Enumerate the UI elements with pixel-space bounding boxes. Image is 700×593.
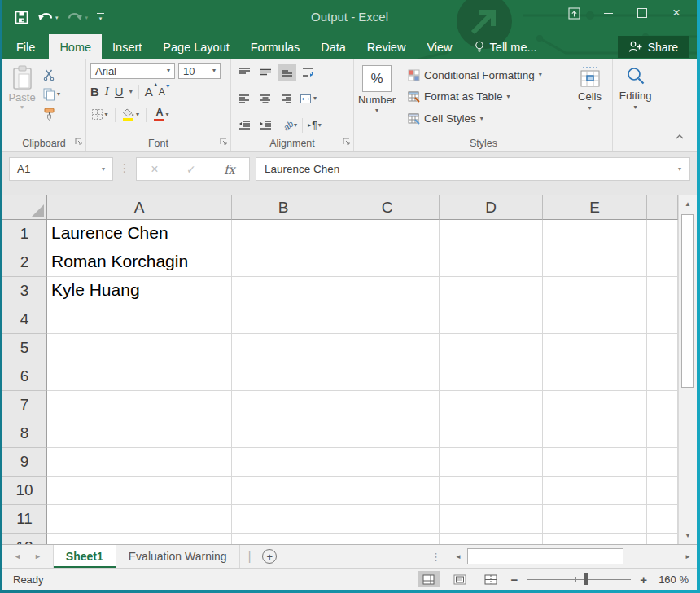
cell-partial1[interactable] (647, 220, 678, 248)
share-button[interactable]: Share (618, 36, 689, 58)
select-all-button[interactable] (2, 195, 47, 220)
editing-button[interactable]: Editing ▾ (613, 62, 658, 151)
cell-A1[interactable]: Laurence Chen (47, 220, 232, 248)
maximize-button[interactable] (625, 0, 659, 26)
save-button[interactable] (15, 11, 28, 24)
page-break-preview-button[interactable] (479, 571, 501, 587)
text-direction-caret[interactable]: ▾ (318, 122, 322, 129)
cell-B10[interactable] (232, 477, 335, 505)
sheet-nav-right-arrow[interactable]: ► (34, 552, 42, 560)
merge-center-caret[interactable]: ▾ (313, 95, 317, 102)
cell-D12[interactable] (440, 534, 543, 544)
formula-bar-gripper[interactable]: ⋮ (119, 161, 130, 174)
tab-insert[interactable]: Insert (102, 34, 152, 59)
borders-caret[interactable]: ▾ (104, 112, 107, 118)
name-box[interactable]: A1 ▾ (9, 157, 113, 181)
sheet-tab-sheet1[interactable]: Sheet1 (53, 545, 116, 568)
zoom-slider[interactable] (527, 573, 631, 586)
styles-item-conditional-formatting[interactable]: Conditional Formatting▾ (400, 66, 567, 84)
cell-partial7[interactable] (647, 391, 678, 419)
tab-view[interactable]: View (416, 34, 462, 59)
minimize-button[interactable] (591, 0, 625, 26)
formula-input[interactable]: Laurence Chen ▾ (256, 157, 690, 181)
bold-button[interactable]: B (90, 85, 99, 99)
font-color-button[interactable]: A ▾ (152, 106, 171, 123)
cell-E11[interactable] (543, 505, 647, 534)
cell-D11[interactable] (440, 505, 543, 534)
cell-E3[interactable] (543, 277, 647, 305)
fill-color-caret[interactable]: ▾ (136, 112, 139, 118)
customize-qat-button[interactable]: ▾ (97, 13, 104, 21)
tab-page-layout[interactable]: Page Layout (152, 34, 239, 59)
sheet-tab-evaluation-warning[interactable]: Evaluation Warning (116, 545, 240, 568)
column-header-A[interactable]: A (47, 195, 232, 220)
scroll-left-arrow[interactable]: ◄ (451, 553, 466, 560)
cell-partial6[interactable] (647, 362, 678, 391)
cell-D6[interactable] (440, 362, 543, 391)
fill-color-button[interactable]: ▾ (121, 106, 140, 123)
cell-partial5[interactable] (647, 334, 678, 362)
row-header-7[interactable]: 7 (2, 391, 47, 419)
font-size-combobox[interactable]: 10 ▾ (178, 63, 221, 79)
styles-item-format-as-table[interactable]: Format as Table▾ (400, 88, 567, 106)
name-box-caret[interactable]: ▾ (102, 166, 105, 173)
collapse-ribbon-button[interactable] (675, 129, 685, 143)
tab-home[interactable]: Home (49, 34, 102, 59)
cell-partial8[interactable] (647, 419, 678, 448)
close-button[interactable]: × (659, 0, 693, 26)
cell-A5[interactable] (47, 334, 232, 362)
cell-D3[interactable] (440, 277, 543, 305)
cell-partial9[interactable] (647, 448, 678, 477)
insert-function-icon[interactable]: fx (224, 163, 235, 176)
clipboard-dialog-launcher[interactable] (75, 137, 83, 148)
new-sheet-button[interactable]: + (262, 549, 277, 564)
cell-D1[interactable] (440, 220, 543, 248)
redo-button[interactable]: ▾ (68, 11, 89, 23)
borders-button[interactable]: ▾ (90, 106, 109, 123)
cell-D9[interactable] (440, 448, 543, 477)
cell-C11[interactable] (335, 505, 440, 534)
cell-C1[interactable] (335, 220, 440, 248)
cell-E6[interactable] (543, 362, 647, 391)
font-color-caret[interactable]: ▾ (165, 112, 168, 118)
cell-D8[interactable] (440, 419, 543, 448)
cell-A6[interactable] (47, 362, 232, 391)
cell-E7[interactable] (543, 391, 647, 419)
enter-icon[interactable]: ✓ (186, 163, 196, 176)
cell-C8[interactable] (335, 419, 440, 448)
tab-formulas[interactable]: Formulas (240, 34, 310, 59)
cell-B12[interactable] (232, 534, 335, 544)
cell-partial3[interactable] (647, 277, 678, 305)
horizontal-scrollbar-track[interactable] (466, 547, 680, 565)
middle-align-button[interactable] (256, 64, 275, 81)
horizontal-scrollbar[interactable]: ◄ ► (451, 545, 697, 568)
undo-dropdown-caret[interactable]: ▾ (55, 15, 59, 20)
cell-A10[interactable] (47, 477, 232, 505)
cell-partial4[interactable] (647, 305, 678, 334)
cell-partial11[interactable] (647, 505, 678, 534)
cell-C4[interactable] (335, 305, 440, 334)
cell-A3[interactable]: Kyle Huang (47, 277, 232, 305)
styles-item-caret[interactable]: ▾ (480, 116, 483, 122)
cell-A11[interactable] (47, 505, 232, 534)
zoom-level[interactable]: 160 % (656, 573, 689, 586)
cell-B2[interactable] (232, 248, 335, 277)
cell-C2[interactable] (335, 248, 440, 277)
paste-dropdown-caret[interactable]: ▾ (20, 104, 24, 111)
percent-style-icon[interactable]: % (362, 65, 392, 92)
copy-dropdown-caret[interactable]: ▾ (57, 91, 60, 98)
tab-file[interactable]: File (2, 34, 49, 59)
row-header-12[interactable]: 12 (2, 534, 47, 544)
increase-font-size-button[interactable]: A▲ (145, 85, 153, 99)
cell-C5[interactable] (335, 334, 440, 362)
editing-caret[interactable]: ▾ (633, 104, 637, 111)
cell-B4[interactable] (232, 305, 335, 334)
tab-tell-me[interactable]: Tell me... (463, 34, 548, 59)
cell-B8[interactable] (232, 419, 335, 448)
cell-E4[interactable] (543, 305, 647, 334)
cell-partial12[interactable] (647, 534, 678, 544)
tab-scrollbar-gripper[interactable]: ⋮ (431, 551, 451, 563)
cell-D4[interactable] (440, 305, 543, 334)
cell-E1[interactable] (543, 220, 647, 248)
undo-button[interactable]: ▾ (37, 11, 59, 23)
